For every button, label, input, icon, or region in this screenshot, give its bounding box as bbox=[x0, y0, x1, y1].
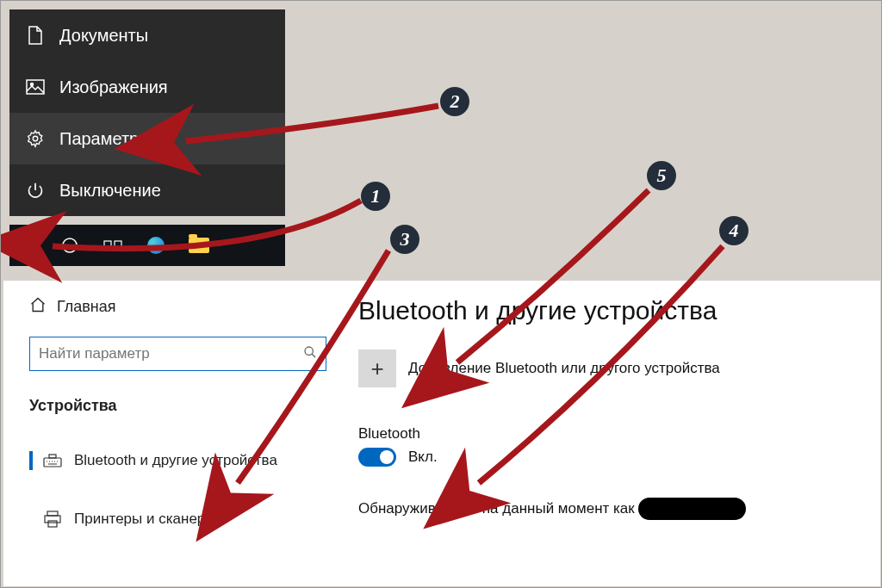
start-item-label: Выключение bbox=[59, 181, 161, 201]
power-icon bbox=[23, 182, 47, 199]
svg-rect-10 bbox=[45, 516, 60, 523]
toggle-state-label: Вкл. bbox=[408, 449, 438, 466]
category-title: Устройства bbox=[29, 397, 329, 415]
search-field[interactable] bbox=[39, 345, 303, 362]
step-badge-3: 3 bbox=[390, 225, 419, 254]
document-icon bbox=[23, 26, 47, 45]
svg-rect-11 bbox=[48, 521, 57, 527]
start-icon[interactable] bbox=[15, 233, 39, 257]
svg-rect-4 bbox=[104, 241, 111, 250]
redacted-device-name bbox=[638, 498, 746, 520]
bluetooth-toggle[interactable] bbox=[358, 448, 396, 467]
circle-icon[interactable] bbox=[58, 233, 82, 257]
task-view-icon[interactable] bbox=[101, 233, 125, 257]
svg-point-2 bbox=[33, 136, 38, 141]
svg-rect-8 bbox=[49, 455, 56, 458]
plus-icon: + bbox=[370, 356, 383, 382]
step-badge-2: 2 bbox=[440, 87, 469, 116]
settings-home[interactable]: Главная bbox=[29, 296, 329, 318]
home-icon bbox=[29, 296, 47, 318]
step-badge-1: 1 bbox=[361, 182, 390, 211]
taskbar bbox=[9, 225, 285, 266]
keyboard-icon bbox=[43, 454, 65, 467]
step-badge-4: 4 bbox=[719, 216, 748, 245]
start-item-documents[interactable]: Документы bbox=[9, 9, 285, 61]
start-item-power[interactable]: Выключение bbox=[9, 164, 285, 216]
sidebar-item-label: Принтеры и сканеры bbox=[74, 511, 216, 528]
add-device-button[interactable]: + bbox=[358, 350, 396, 387]
start-item-label: Документы bbox=[59, 26, 148, 46]
add-device-row[interactable]: + Добавление Bluetooth или другого устро… bbox=[358, 350, 863, 387]
discoverable-prefix: Обнаруживаемое на данный момент как bbox=[358, 500, 635, 517]
discoverable-text: Обнаруживаемое на данный момент как bbox=[358, 498, 863, 520]
home-label: Главная bbox=[57, 298, 116, 316]
image-icon bbox=[23, 79, 47, 95]
svg-point-6 bbox=[305, 347, 313, 355]
bluetooth-section-label: Bluetooth bbox=[358, 425, 863, 443]
start-item-label: Параметры bbox=[59, 129, 152, 149]
settings-content: Bluetooth и другие устройства + Добавлен… bbox=[341, 281, 880, 586]
svg-rect-9 bbox=[47, 511, 58, 516]
svg-rect-0 bbox=[27, 80, 44, 94]
sidebar-item-bluetooth[interactable]: Bluetooth и другие устройства bbox=[29, 441, 329, 480]
edge-icon[interactable] bbox=[144, 233, 168, 257]
active-indicator bbox=[29, 451, 33, 470]
settings-sidebar: Главная Устройства Bluetooth и другие ус… bbox=[3, 281, 341, 586]
printer-icon bbox=[43, 511, 65, 528]
svg-rect-5 bbox=[115, 241, 121, 250]
page-title: Bluetooth и другие устройства bbox=[358, 296, 863, 325]
start-item-settings[interactable]: Параметры bbox=[9, 113, 285, 164]
gear-icon bbox=[23, 129, 47, 148]
start-item-images[interactable]: Изображения bbox=[9, 61, 285, 113]
add-device-label: Добавление Bluetooth или другого устройс… bbox=[408, 360, 720, 377]
sidebar-item-printers[interactable]: Принтеры и сканеры bbox=[29, 499, 329, 539]
settings-window: Главная Устройства Bluetooth и другие ус… bbox=[3, 281, 880, 586]
settings-search-input[interactable] bbox=[29, 337, 326, 371]
svg-rect-7 bbox=[44, 458, 61, 467]
start-menu-panel: Документы Изображения Параметры Выключен… bbox=[9, 9, 285, 216]
search-icon bbox=[303, 345, 317, 362]
step-badge-5: 5 bbox=[647, 161, 676, 190]
file-explorer-icon[interactable] bbox=[187, 233, 211, 257]
sidebar-item-label: Bluetooth и другие устройства bbox=[74, 452, 277, 469]
svg-point-3 bbox=[63, 238, 77, 252]
start-item-label: Изображения bbox=[59, 77, 168, 97]
